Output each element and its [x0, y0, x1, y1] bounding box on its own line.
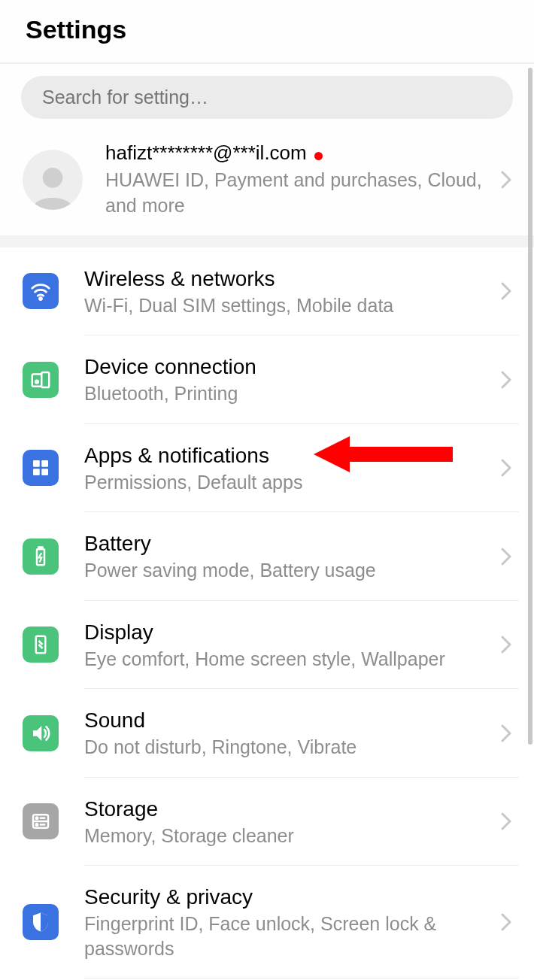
- item-title: Battery: [84, 530, 492, 557]
- header: Settings: [0, 0, 534, 62]
- item-wireless[interactable]: Wireless & networks Wi-Fi, Dual SIM sett…: [0, 247, 534, 336]
- battery-icon: [23, 539, 59, 575]
- storage-icon: [23, 803, 59, 839]
- item-subtitle: Power saving mode, Battery usage: [84, 558, 492, 583]
- section-gap: [0, 235, 534, 247]
- svg-rect-3: [41, 372, 49, 387]
- chevron-right-icon: [501, 282, 511, 300]
- wifi-icon: [23, 273, 59, 309]
- item-subtitle: Wi-Fi, Dual SIM settings, Mobile data: [84, 293, 492, 318]
- item-storage[interactable]: Storage Memory, Storage cleaner: [0, 778, 534, 866]
- svg-point-0: [43, 168, 63, 188]
- item-title: Sound: [84, 707, 492, 733]
- item-apps-notifications[interactable]: Apps & notifications Permissions, Defaul…: [0, 424, 534, 513]
- search-container: [0, 64, 534, 132]
- account-row[interactable]: hafizt********@***il.com HUAWEI ID, Paym…: [0, 132, 534, 235]
- svg-point-16: [36, 818, 38, 820]
- svg-rect-7: [33, 469, 40, 476]
- svg-point-17: [36, 824, 38, 826]
- item-display[interactable]: Display Eye comfort, Home screen style, …: [0, 601, 534, 690]
- item-subtitle: Permissions, Default apps: [84, 470, 492, 495]
- item-title: Storage: [84, 796, 492, 822]
- chevron-right-icon: [501, 548, 511, 566]
- item-title: Wireless & networks: [84, 265, 492, 292]
- item-subtitle: Do not disturb, Ringtone, Vibrate: [84, 735, 492, 760]
- scrollbar[interactable]: [528, 68, 532, 745]
- item-sound[interactable]: Sound Do not disturb, Ringtone, Vibrate: [0, 689, 534, 778]
- svg-rect-11: [36, 636, 46, 654]
- item-text: Wireless & networks Wi-Fi, Dual SIM sett…: [84, 265, 492, 318]
- item-subtitle: Eye comfort, Home screen style, Wallpape…: [84, 647, 492, 672]
- apps-grid-icon: [23, 450, 59, 486]
- item-security-privacy[interactable]: Security & privacy Fingerprint ID, Face …: [0, 866, 534, 978]
- devices-icon: [23, 362, 59, 398]
- item-text: Display Eye comfort, Home screen style, …: [84, 619, 492, 672]
- item-battery[interactable]: Battery Power saving mode, Battery usage: [0, 512, 534, 601]
- item-title: Apps & notifications: [84, 442, 492, 469]
- svg-rect-5: [33, 460, 40, 467]
- account-text: hafizt********@***il.com HUAWEI ID, Paym…: [105, 141, 492, 219]
- svg-point-1: [40, 298, 42, 300]
- svg-rect-6: [41, 460, 48, 467]
- notification-dot-icon: [314, 152, 323, 160]
- chevron-right-icon: [501, 913, 511, 931]
- chevron-right-icon: [501, 724, 511, 742]
- chevron-right-icon: [501, 812, 511, 830]
- item-text: Security & privacy Fingerprint ID, Face …: [84, 884, 492, 960]
- shield-icon: [23, 904, 59, 940]
- chevron-right-icon: [501, 171, 511, 189]
- search-input[interactable]: [21, 76, 513, 119]
- item-text: Battery Power saving mode, Battery usage: [84, 530, 492, 583]
- svg-rect-8: [41, 469, 48, 476]
- item-subtitle: Fingerprint ID, Face unlock, Screen lock…: [84, 912, 492, 960]
- svg-rect-10: [39, 547, 43, 549]
- chevron-right-icon: [501, 636, 511, 654]
- display-icon: [23, 627, 59, 663]
- item-text: Storage Memory, Storage cleaner: [84, 796, 492, 848]
- chevron-right-icon: [501, 459, 511, 477]
- item-subtitle: Bluetooth, Printing: [84, 381, 492, 406]
- item-device-connection[interactable]: Device connection Bluetooth, Printing: [0, 335, 534, 424]
- item-title: Security & privacy: [84, 884, 492, 910]
- page-title: Settings: [26, 15, 508, 44]
- item-text: Device connection Bluetooth, Printing: [84, 353, 492, 406]
- sound-icon: [23, 715, 59, 751]
- account-subtitle: HUAWEI ID, Payment and purchases, Cloud,…: [105, 168, 492, 219]
- account-name: hafizt********@***il.com: [105, 141, 307, 164]
- settings-list: Wireless & networks Wi-Fi, Dual SIM sett…: [0, 247, 534, 981]
- svg-point-4: [35, 380, 38, 383]
- item-text: Sound Do not disturb, Ringtone, Vibrate: [84, 707, 492, 760]
- item-subtitle: Memory, Storage cleaner: [84, 824, 492, 848]
- avatar: [23, 150, 83, 210]
- chevron-right-icon: [501, 371, 511, 389]
- item-title: Device connection: [84, 353, 492, 380]
- item-text: Apps & notifications Permissions, Defaul…: [84, 442, 492, 495]
- item-title: Display: [84, 619, 492, 645]
